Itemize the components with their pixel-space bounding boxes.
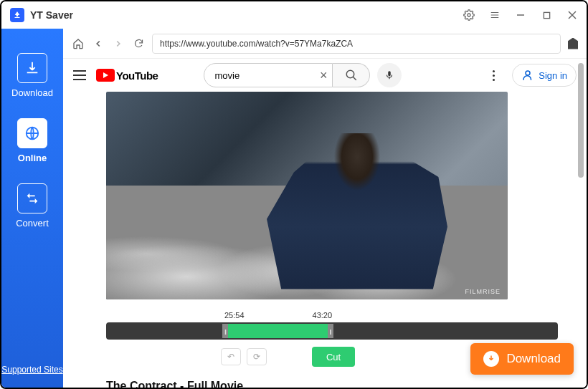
- app-title: YT Saver: [30, 9, 73, 21]
- scrollbar[interactable]: [578, 63, 584, 178]
- extension-icon[interactable]: [568, 38, 578, 49]
- svg-point-0: [468, 14, 470, 16]
- browser-bar: https://www.youtube.com/watch?v=57YMa7ka…: [63, 29, 587, 59]
- sidebar-item-online[interactable]: Online: [1, 108, 63, 173]
- timeline-handle-start[interactable]: [222, 324, 228, 338]
- sidebar-item-label: Download: [11, 87, 53, 98]
- redo-button[interactable]: ⟳: [247, 348, 267, 365]
- sidebar: Download Online Convert Supported Sites: [1, 29, 63, 388]
- menu-icon[interactable]: [489, 9, 501, 21]
- timeline-start-label: 25:54: [224, 311, 245, 320]
- url-text: https://www.youtube.com/watch?v=57YMa7ka…: [160, 39, 353, 49]
- youtube-logo[interactable]: YouTube: [96, 69, 158, 82]
- video-watermark: FILMRISE: [465, 288, 501, 295]
- back-button[interactable]: [92, 37, 105, 50]
- youtube-header: YouTube × Sign in: [63, 59, 587, 92]
- svg-rect-5: [544, 12, 549, 18]
- forward-button[interactable]: [112, 37, 125, 50]
- sidebar-item-label: Convert: [16, 218, 49, 229]
- cut-button[interactable]: Cut: [312, 347, 355, 367]
- timeline-end-label: 43:20: [313, 311, 333, 320]
- video-thumbnail[interactable]: FILMRISE: [106, 92, 508, 299]
- svg-line-10: [353, 77, 356, 80]
- clear-search-icon[interactable]: ×: [320, 68, 328, 83]
- url-input[interactable]: https://www.youtube.com/watch?v=57YMa7ka…: [152, 34, 561, 54]
- voice-search-button[interactable]: [377, 63, 402, 87]
- video-title: The Contract - Full Movie: [106, 380, 558, 388]
- globe-icon: [17, 118, 47, 148]
- window-controls: [463, 9, 578, 21]
- timeline-selection: [228, 324, 328, 338]
- youtube-logo-text: YouTube: [116, 69, 158, 82]
- convert-icon: [17, 183, 47, 213]
- timeline-handle-end[interactable]: [328, 324, 333, 338]
- undo-button[interactable]: ↶: [221, 348, 241, 365]
- cut-label: Cut: [326, 352, 341, 362]
- settings-icon[interactable]: [463, 9, 475, 21]
- timeline-bar[interactable]: [106, 322, 558, 340]
- youtube-play-icon: [96, 69, 115, 82]
- signin-button[interactable]: Sign in: [512, 64, 577, 87]
- svg-point-11: [526, 71, 530, 75]
- content-area: https://www.youtube.com/watch?v=57YMa7ka…: [63, 29, 587, 388]
- sidebar-item-convert[interactable]: Convert: [1, 173, 63, 239]
- download-button[interactable]: Download: [470, 343, 574, 375]
- download-icon: [483, 351, 499, 367]
- minimize-button[interactable]: [515, 9, 526, 21]
- sidebar-item-download[interactable]: Download: [1, 43, 63, 108]
- app-logo-icon: [10, 8, 24, 22]
- sidebar-item-label: Online: [18, 153, 47, 163]
- download-icon: [17, 53, 47, 83]
- more-options-icon[interactable]: [485, 70, 502, 81]
- titlebar: YT Saver: [1, 1, 587, 29]
- close-button[interactable]: [566, 9, 578, 21]
- maximize-button[interactable]: [541, 9, 552, 21]
- svg-point-9: [346, 70, 354, 78]
- hamburger-menu-icon[interactable]: [73, 70, 86, 80]
- download-label: Download: [506, 352, 561, 366]
- signin-label: Sign in: [539, 70, 567, 81]
- youtube-search-input[interactable]: [204, 63, 333, 87]
- supported-sites-link[interactable]: Supported Sites: [1, 365, 62, 375]
- home-icon[interactable]: [72, 37, 85, 50]
- youtube-search-button[interactable]: [333, 63, 370, 87]
- reload-button[interactable]: [132, 37, 145, 50]
